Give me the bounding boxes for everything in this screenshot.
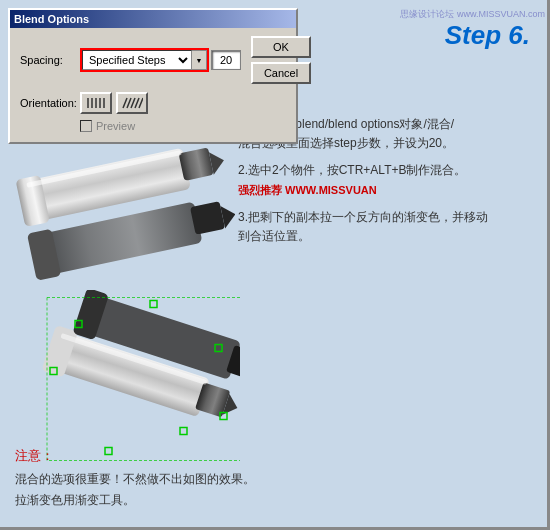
- dialog-title: Blend Options: [14, 13, 89, 25]
- svg-line-6: [127, 98, 131, 108]
- orient-align-to-path[interactable]: [116, 92, 148, 114]
- dialog-titlebar: Blend Options: [10, 10, 296, 28]
- spacing-dropdown[interactable]: Specified Steps Specified Distance Smoot…: [82, 50, 192, 70]
- orientation-label: Orientation:: [20, 97, 80, 109]
- svg-line-9: [139, 98, 143, 108]
- ok-button[interactable]: OK: [251, 36, 311, 58]
- instruction-2: 2.选中2个物件，按CTR+ALT+B制作混合。 强烈推荐 WWW.MISSVU…: [238, 161, 542, 199]
- svg-line-7: [131, 98, 135, 108]
- notes-section: 注意： 混合的选项很重要！不然做不出如图的效果。 拉渐变色用渐变工具。: [15, 447, 535, 512]
- watermark-mid: 强烈推荐 WWW.MISSVUAN: [238, 184, 377, 196]
- svg-rect-29: [150, 301, 157, 308]
- preview-label: Preview: [96, 120, 135, 132]
- step-label: Step 6.: [445, 20, 530, 51]
- instruction-3: 3.把剩下的副本拉一个反方向的渐变色，并移动 到合适位置。: [238, 208, 542, 246]
- blend-options-dialog: Blend Options Spacing: Specified Steps S…: [8, 8, 298, 144]
- svg-rect-12: [179, 147, 214, 181]
- spacing-label: Spacing:: [20, 54, 80, 66]
- notes-body: 混合的选项很重要！不然做不出如图的效果。 拉渐变色用渐变工具。: [15, 469, 535, 512]
- svg-line-8: [135, 98, 139, 108]
- svg-rect-17: [190, 201, 225, 235]
- preview-checkbox[interactable]: [80, 120, 92, 132]
- lower-illustration: [20, 290, 240, 470]
- svg-line-5: [123, 98, 127, 108]
- dropdown-arrow[interactable]: ▼: [192, 50, 207, 70]
- svg-rect-32: [180, 428, 187, 435]
- spacing-select-wrapper[interactable]: Specified Steps Specified Distance Smoot…: [80, 48, 209, 72]
- orient-align-to-page[interactable]: [80, 92, 112, 114]
- steps-input[interactable]: 20: [211, 50, 241, 70]
- cancel-button[interactable]: Cancel: [251, 62, 311, 84]
- notes-title: 注意：: [15, 447, 535, 465]
